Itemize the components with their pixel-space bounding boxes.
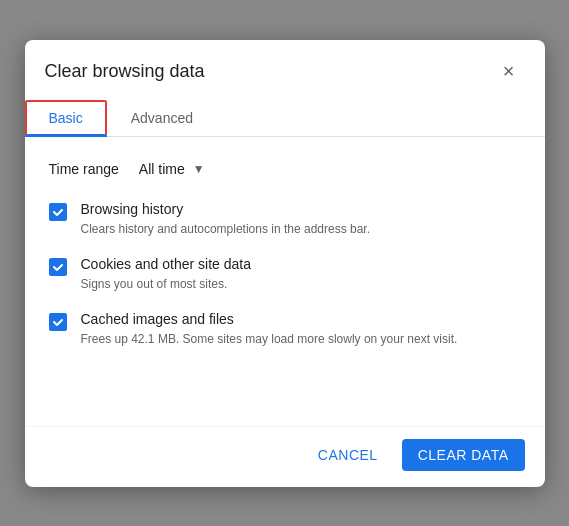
checkbox-cached: Cached images and files Frees up 42.1 MB…: [49, 311, 521, 348]
cancel-button[interactable]: CANCEL: [302, 439, 394, 471]
dropdown-arrow-icon: ▼: [193, 162, 205, 176]
dialog-footer: CANCEL CLEAR DATA: [25, 426, 545, 487]
dialog-title: Clear browsing data: [45, 61, 205, 82]
checkbox-cookies: Cookies and other site data Signs you ou…: [49, 256, 521, 293]
time-range-select[interactable]: All time ▼: [131, 157, 213, 181]
close-button[interactable]: ×: [493, 56, 525, 88]
tab-basic[interactable]: Basic: [25, 100, 107, 136]
time-range-row: Time range All time ▼: [49, 157, 521, 181]
time-range-label: Time range: [49, 161, 119, 177]
dialog-header: Clear browsing data ×: [25, 40, 545, 88]
checkbox-cached-input[interactable]: [49, 313, 67, 331]
checkbox-browsing-history-desc: Clears history and autocompletions in th…: [81, 220, 521, 238]
checkbox-browsing-history: Browsing history Clears history and auto…: [49, 201, 521, 238]
time-range-value: All time: [139, 161, 185, 177]
spacer: [49, 366, 521, 406]
checkbox-browsing-history-input[interactable]: [49, 203, 67, 221]
checkbox-cookies-input[interactable]: [49, 258, 67, 276]
tab-advanced[interactable]: Advanced: [107, 100, 217, 136]
checkbox-cookies-label: Cookies and other site data: [81, 256, 521, 272]
tab-bar: Basic Advanced: [25, 100, 545, 137]
checkbox-cookies-desc: Signs you out of most sites.: [81, 275, 521, 293]
close-icon: ×: [503, 60, 515, 83]
checkbox-cached-desc: Frees up 42.1 MB. Some sites may load mo…: [81, 330, 521, 348]
clear-data-button[interactable]: CLEAR DATA: [402, 439, 525, 471]
checkbox-cached-label: Cached images and files: [81, 311, 521, 327]
checkbox-browsing-history-label: Browsing history: [81, 201, 521, 217]
dialog-body: Time range All time ▼ Browsing history C…: [25, 137, 545, 426]
clear-browsing-data-dialog: Clear browsing data × Basic Advanced Tim…: [25, 40, 545, 487]
